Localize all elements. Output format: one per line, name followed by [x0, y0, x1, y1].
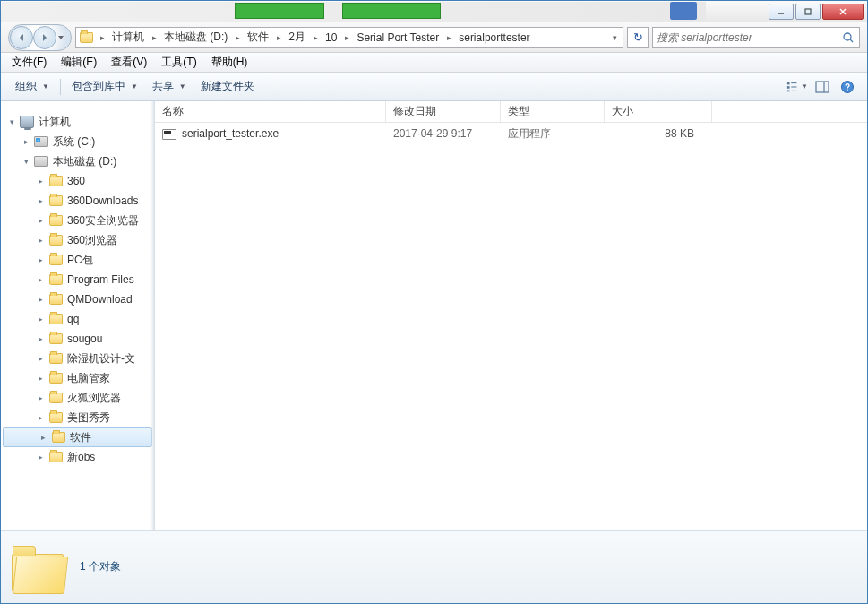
breadcrumb-segment[interactable]: 本地磁盘 (D:) — [160, 28, 231, 47]
breadcrumb-segment[interactable]: 软件 — [244, 28, 272, 47]
nav-arrow-group — [8, 24, 72, 51]
view-options-button[interactable]: ▼ — [786, 76, 808, 98]
menu-edit[interactable]: 编辑(E) — [54, 53, 104, 72]
navigation-pane[interactable]: ▾计算机 ▸系统 (C:) ▾本地磁盘 (D:) ▸360▸360Downloa… — [1, 101, 155, 530]
toolbar-divider — [60, 79, 61, 95]
refresh-button[interactable]: ↻ — [627, 27, 649, 48]
organize-button[interactable]: 组织▼ — [8, 75, 56, 98]
tree-folder-item[interactable]: ▸360Downloads — [1, 191, 154, 211]
menu-tools[interactable]: 工具(T) — [154, 53, 203, 72]
titlebar[interactable] — [1, 1, 867, 22]
search-input[interactable] — [657, 31, 841, 44]
column-type[interactable]: 类型 — [501, 101, 605, 122]
tree-folder-item[interactable]: ▸PC包 — [1, 250, 154, 270]
chevron-down-icon: ▼ — [801, 82, 808, 91]
breadcrumb-arrow[interactable]: ▸ — [443, 28, 455, 47]
tree-label: 新obs — [67, 450, 95, 465]
tree-toggle-icon[interactable]: ▸ — [35, 294, 46, 305]
search-icon[interactable] — [841, 30, 855, 45]
tree-toggle-icon[interactable]: ▸ — [35, 412, 46, 423]
breadcrumb-segment[interactable]: Serial Port Tester — [353, 28, 443, 47]
breadcrumb-segment[interactable]: 计算机 — [108, 28, 148, 47]
tree-toggle-icon[interactable]: ▸ — [21, 136, 31, 147]
tree-toggle-icon[interactable]: ▸ — [35, 333, 46, 344]
tree-toggle-icon[interactable]: ▸ — [35, 195, 46, 206]
sidebar-resize-handle[interactable] — [150, 101, 154, 530]
tree-drive-c[interactable]: ▸系统 (C:) — [1, 132, 154, 151]
share-button[interactable]: 共享▼ — [145, 75, 193, 98]
folder-icon — [47, 194, 64, 208]
menu-file[interactable]: 文件(F) — [4, 53, 54, 72]
computer-icon — [19, 115, 35, 129]
tree-computer[interactable]: ▾计算机 — [1, 112, 154, 132]
tree-toggle-icon[interactable]: ▸ — [35, 274, 46, 285]
tree-folder-item[interactable]: ▸Program Files — [1, 270, 154, 289]
tree-folder-item[interactable]: ▸sougou — [1, 329, 154, 349]
tree-toggle-icon[interactable]: ▸ — [35, 235, 46, 246]
breadcrumb-arrow[interactable]: ▸ — [272, 28, 285, 47]
tree-toggle-icon[interactable]: ▾ — [6, 116, 17, 127]
tree-toggle-icon[interactable]: ▸ — [35, 353, 46, 364]
breadcrumb-segment[interactable]: serialporttester — [455, 28, 533, 47]
forward-button[interactable] — [33, 26, 56, 49]
breadcrumb-arrow[interactable]: ▸ — [340, 28, 353, 47]
file-row[interactable]: serialport_tester.exe2017-04-29 9:17应用程序… — [155, 123, 867, 144]
help-button[interactable]: ? — [837, 76, 858, 98]
tree-toggle-icon[interactable]: ▸ — [35, 255, 46, 265]
content-area: ▾计算机 ▸系统 (C:) ▾本地磁盘 (D:) ▸360▸360Downloa… — [1, 101, 867, 530]
breadcrumb-bar[interactable]: ▸ 计算机 ▸ 本地磁盘 (D:) ▸ 软件 ▸ 2月 ▸ 10 ▸ Seria… — [75, 27, 623, 48]
close-button[interactable] — [822, 4, 864, 20]
include-in-library-button[interactable]: 包含到库中▼ — [64, 75, 145, 98]
tree-toggle-icon[interactable]: ▾ — [21, 156, 31, 167]
breadcrumb-arrow[interactable]: ▸ — [231, 28, 244, 47]
tree-folder-item[interactable]: ▸火狐浏览器 — [1, 388, 154, 408]
breadcrumb-arrow[interactable]: ▸ — [96, 28, 108, 47]
file-name-cell: serialport_tester.exe — [155, 125, 386, 142]
explorer-window: ▸ 计算机 ▸ 本地磁盘 (D:) ▸ 软件 ▸ 2月 ▸ 10 ▸ Seria… — [0, 0, 868, 604]
column-date[interactable]: 修改日期 — [386, 101, 501, 122]
tree-folder-item[interactable]: ▸qq — [1, 309, 154, 329]
titlebar-background — [2, 2, 706, 22]
tree-label: 360 — [67, 175, 85, 187]
tree-toggle-icon[interactable]: ▸ — [35, 176, 46, 186]
svg-text:?: ? — [845, 82, 850, 92]
tree-folder-item[interactable]: ▸电脑管家 — [1, 368, 154, 388]
search-box[interactable] — [652, 27, 860, 48]
tree-folder-item[interactable]: ▸QMDownload — [1, 289, 154, 309]
new-folder-button[interactable]: 新建文件夹 — [193, 75, 262, 98]
minimize-button[interactable] — [769, 4, 794, 20]
tree-toggle-icon[interactable]: ▸ — [35, 452, 46, 462]
tree-toggle-icon[interactable]: ▸ — [35, 373, 46, 384]
breadcrumb-arrow[interactable]: ▸ — [309, 28, 322, 47]
breadcrumb-arrow[interactable]: ▸ — [148, 28, 160, 47]
breadcrumb-tail: ▾ — [608, 28, 623, 47]
tree-drive-d[interactable]: ▾本地磁盘 (D:) — [1, 151, 154, 171]
breadcrumb-dropdown[interactable]: ▾ — [608, 28, 621, 47]
column-headers: 名称 修改日期 类型 大小 — [155, 101, 867, 123]
maximize-button[interactable] — [795, 4, 821, 20]
nav-history-dropdown[interactable] — [56, 34, 65, 41]
tree-folder-item[interactable]: ▸360浏览器 — [1, 230, 154, 250]
tree-toggle-icon[interactable]: ▸ — [35, 215, 46, 226]
breadcrumb-segment[interactable]: 2月 — [285, 28, 309, 47]
menu-help[interactable]: 帮助(H) — [204, 53, 255, 72]
organize-label: 组织 — [15, 79, 37, 94]
column-name[interactable]: 名称 — [155, 101, 386, 122]
tree-toggle-icon[interactable]: ▸ — [38, 432, 48, 443]
large-folder-icon — [12, 541, 69, 593]
menu-view[interactable]: 查看(V) — [104, 53, 154, 72]
tree-folder-item[interactable]: ▸软件 — [3, 427, 152, 447]
tree-toggle-icon[interactable]: ▸ — [35, 314, 46, 324]
back-button[interactable] — [10, 26, 33, 49]
tree-folder-item[interactable]: ▸美图秀秀 — [1, 408, 154, 427]
tree-folder-item[interactable]: ▸360 — [1, 171, 154, 191]
tree-folder-item[interactable]: ▸新obs — [1, 447, 154, 467]
breadcrumb-segment[interactable]: 10 — [322, 28, 340, 47]
column-size[interactable]: 大小 — [605, 101, 712, 122]
tree-label: sougou — [67, 332, 102, 345]
preview-pane-button[interactable] — [812, 76, 833, 98]
tree-folder-item[interactable]: ▸360安全浏览器 — [1, 211, 154, 230]
file-list[interactable]: 名称 修改日期 类型 大小 serialport_tester.exe2017-… — [155, 101, 867, 530]
tree-toggle-icon[interactable]: ▸ — [35, 393, 46, 403]
tree-folder-item[interactable]: ▸除湿机设计-文 — [1, 349, 154, 368]
